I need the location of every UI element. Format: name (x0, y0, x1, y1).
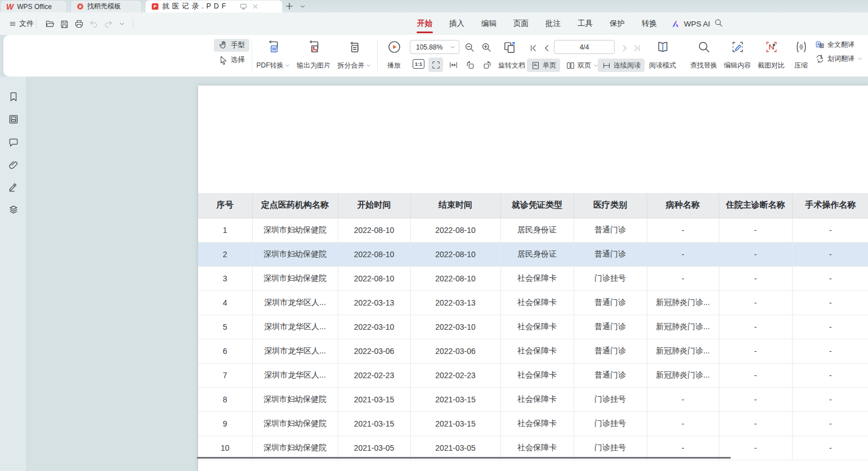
comment-panel-button[interactable] (8, 137, 19, 148)
screenshot-compare-button[interactable]: 截图对比 (754, 38, 788, 74)
read-mode-button[interactable]: 阅读模式 (644, 38, 681, 74)
table-cell: 社会保障卡 (500, 411, 574, 436)
undo-button[interactable] (88, 18, 99, 29)
table-cell: 2022-02-23 (410, 363, 500, 387)
tab-label: 找稻壳模板 (87, 2, 121, 11)
table-row: 5 深圳市龙华区人... 2022-03-10 2022-03-10 社会保障卡… (198, 315, 868, 339)
split-merge-label: 拆分合并 (338, 61, 365, 70)
rotate-pages-button[interactable] (501, 39, 518, 56)
wps-ai-logo-icon (672, 19, 681, 29)
svg-text:P: P (154, 4, 156, 9)
table-cell: 2022-08-10 (338, 218, 410, 242)
menu-item[interactable]: 开始 (409, 12, 441, 35)
table-cell: 2021-03-15 (410, 387, 500, 411)
pdf-convert-button[interactable]: W PDF转换 (253, 38, 293, 74)
menu-item-label: 转换 (642, 19, 657, 29)
tab-list-chevron-icon[interactable] (299, 3, 306, 10)
zoom-in-button[interactable] (479, 40, 494, 55)
first-page-button[interactable] (527, 41, 539, 55)
bookmark-panel-button[interactable] (8, 91, 19, 102)
zoom-level-value: 105.88% (416, 43, 442, 51)
menu-item[interactable]: 编辑 (473, 12, 505, 35)
close-tab-icon[interactable] (252, 3, 259, 10)
compress-button[interactable]: 压缩 (788, 38, 814, 74)
tab-document[interactable]: P 就医记录.PDF (145, 0, 283, 12)
edit-content-button[interactable]: 编辑内容 (721, 38, 754, 74)
signature-panel-button[interactable] (8, 181, 19, 192)
divider (133, 18, 133, 29)
compress-label: 压缩 (794, 61, 808, 70)
chevron-down-icon (366, 63, 371, 68)
menu-item[interactable]: 转换 (633, 12, 665, 35)
fit-page-button[interactable] (428, 57, 443, 72)
tab-label: WPS Office (17, 3, 52, 11)
side-panel-strip (0, 77, 27, 471)
menu-item-wps-ai[interactable]: WPS AI (672, 12, 710, 35)
medical-records-table: 序号定点医药机构名称开始时间结束时间就诊凭证类型医疗类别病种名称住院主诊断名称手… (198, 193, 868, 460)
split-merge-button[interactable]: 拆分合并 (334, 38, 374, 74)
rotate-right-button[interactable] (480, 57, 494, 72)
print-button[interactable] (73, 18, 84, 29)
fit-width-button[interactable] (446, 57, 460, 72)
attachment-panel-button[interactable] (8, 159, 19, 171)
zoom-out-button[interactable] (462, 40, 477, 55)
previous-page-button[interactable] (540, 41, 553, 55)
last-page-button[interactable] (630, 41, 643, 55)
edit-content-label: 编辑内容 (724, 61, 751, 70)
menu-item[interactable]: 页面 (505, 12, 537, 35)
next-page-button[interactable] (618, 41, 630, 55)
rotate-right-icon (482, 60, 492, 70)
page-number-input[interactable]: 4/4 (554, 40, 615, 54)
export-image-button[interactable]: 输出为图片 (293, 38, 334, 74)
actual-size-button[interactable]: 1:1 (413, 59, 424, 69)
table-cell: 新冠肺炎门诊... (647, 339, 719, 363)
zoom-level-input[interactable]: 105.88% (410, 40, 459, 54)
table-cell: 社会保障卡 (500, 315, 574, 339)
table-row: 9 深圳市妇幼保健院 2021-03-15 2021-03-15 社会保障卡 门… (198, 411, 868, 436)
split-merge-icon (347, 40, 361, 54)
signature-icon (8, 181, 19, 192)
tab-wps-office[interactable]: W WPS Office (0, 0, 67, 12)
screenshot-compare-label: 截图对比 (758, 61, 785, 70)
find-replace-button[interactable]: 查找替换 (686, 38, 722, 74)
monitor-icon[interactable] (240, 3, 247, 10)
menu-search-button[interactable] (714, 18, 723, 30)
table-row: 2 深圳市妇幼保健院 2022-08-10 2022-08-10 居民身份证 普… (198, 242, 868, 266)
table-cell: 2021-03-15 (338, 411, 410, 436)
menu-item[interactable]: 批注 (537, 12, 569, 35)
svg-text:x: x (817, 58, 819, 61)
double-page-label: 双页 (578, 61, 591, 70)
new-tab-icon[interactable] (285, 2, 294, 11)
layers-panel-button[interactable] (8, 204, 19, 215)
file-menu-button[interactable]: 文件 (6, 17, 37, 30)
double-page-button[interactable]: 双页 (562, 59, 602, 72)
table-cell: 2022-03-06 (338, 339, 410, 363)
menu-item[interactable]: 插入 (441, 12, 473, 35)
table-cell: 普通门诊 (574, 339, 647, 363)
single-page-button[interactable]: 单页 (527, 59, 560, 72)
thumbnail-panel-button[interactable] (8, 114, 19, 125)
play-button[interactable]: 播放 (379, 38, 409, 74)
table-cell: 2022-02-23 (338, 363, 410, 387)
rotate-doc-label[interactable]: 旋转文档 (498, 61, 525, 70)
table-cell: - (647, 387, 719, 411)
open-file-button[interactable] (44, 18, 55, 29)
table-cell: 2021-03-15 (410, 411, 500, 436)
continuous-read-button[interactable]: 连续阅读 (598, 59, 645, 72)
table-row: 1 深圳市妇幼保健院 2022-08-10 2022-08-10 居民身份证 普… (198, 218, 868, 242)
full-translate-button[interactable]: A 全文翻译 (813, 39, 865, 51)
menu-item[interactable]: 工具 (569, 12, 601, 35)
menu-item[interactable]: 保护 (601, 12, 633, 35)
quick-access-chevron[interactable] (116, 18, 127, 29)
word-translate-button[interactable]: A x 划词翻译 (813, 53, 865, 65)
select-tool-button[interactable]: 选择 (214, 53, 249, 66)
one-to-one-label: 1:1 (415, 61, 422, 67)
rotate-left-button[interactable] (463, 57, 477, 72)
table-cell: 2021-03-05 (338, 436, 410, 460)
save-button[interactable] (59, 18, 70, 29)
play-icon (387, 40, 401, 54)
hand-tool-button[interactable]: 手型 (214, 39, 249, 52)
table-cell: - (792, 266, 868, 290)
redo-button[interactable] (102, 18, 114, 29)
tab-docer[interactable]: 找稻壳模板 (70, 0, 142, 12)
